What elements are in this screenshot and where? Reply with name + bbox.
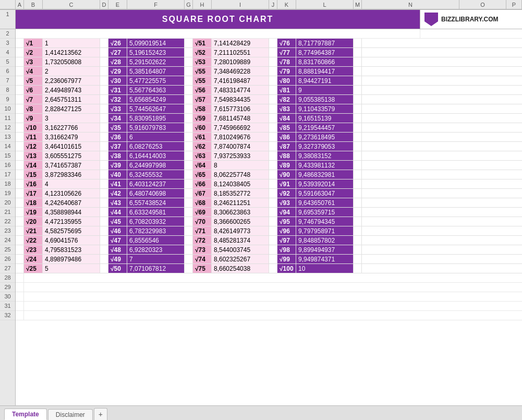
col-header-c: C: [43, 0, 100, 9]
col-header-k: K: [277, 0, 296, 9]
table-row: √103,16227766√355,916079783√607,74596669…: [16, 123, 522, 133]
table-row: √52,236067977√305,477225575√557,41619848…: [16, 76, 522, 86]
col-header-n: N: [362, 0, 459, 9]
col-header-h: H: [193, 0, 212, 9]
chart-title: SQUARE ROOT CHART: [162, 15, 274, 24]
col-header-d: D: [100, 0, 108, 9]
table-row: √72,645751311√325,656854249√577,54983443…: [16, 95, 522, 104]
col-header-i: I: [212, 0, 269, 9]
col-header-f: F: [127, 0, 185, 9]
col-header-e: E: [108, 0, 127, 9]
col-header-b: B: [24, 0, 43, 9]
add-tab-button[interactable]: +: [94, 408, 107, 420]
table-row: √21,414213562√275,196152423√527,21110255…: [16, 48, 522, 57]
table-row: √31,732050808√285,291502622√537,28010988…: [16, 57, 522, 67]
table-row: √174,123105626√426,480740698√678,1853527…: [16, 189, 522, 198]
table-row: √143,741657387√396,244997998√648√899,433…: [16, 161, 522, 170]
row-numbers: 1 2 3 4 5 6 7 8 9 10 11 12 13 14 15 16 1…: [0, 10, 16, 405]
table-row: √133,605551275√386,164414003√637,9372539…: [16, 151, 522, 161]
table-row: √123,464101615√376,08276253√627,87400787…: [16, 142, 522, 151]
spreadsheet: A B C D E F G H I J K L M N O P 1 2 3 4 …: [0, 0, 522, 420]
table-row: √255√507,071067812√758,660254038√10010: [16, 264, 522, 273]
table-row: √153,872983346√406,32455532√658,06225774…: [16, 170, 522, 179]
table-row: √194,358898944√446,633249581√698,3066238…: [16, 208, 522, 217]
col-header-l: L: [296, 0, 354, 9]
tab-bar: Template Disclaimer +: [0, 405, 522, 420]
logo-text: BIZZLIBRARY.COM: [441, 16, 499, 23]
col-header-m: M: [354, 0, 362, 9]
table-row: √184,242640687√436,557438524√688,2462112…: [16, 198, 522, 208]
table-row: √244,898979486√497√748,602325267√999,949…: [16, 255, 522, 264]
col-header-p: P: [506, 0, 522, 9]
table-row: √164√416,403124237√668,124038405√919,539…: [16, 179, 522, 189]
empty-row-2: [16, 29, 522, 39]
table-row: √204,472135955√456,708203932√708,3666002…: [16, 217, 522, 226]
table-row: √82,828427125√335,744562647√587,61577310…: [16, 104, 522, 114]
col-header-j: J: [269, 0, 277, 9]
tab-disclaimer[interactable]: Disclaimer: [48, 409, 93, 420]
logo-cell: BIZZLIBRARY.COM: [420, 10, 522, 29]
col-header-a: A: [16, 0, 24, 9]
table-row: √42√295,385164807√557,348469228√798,8881…: [16, 67, 522, 76]
table-row: √234,795831523√486,92820323√738,54400374…: [16, 245, 522, 255]
table-row: √113,31662479√366√617,810249676√869,2736…: [16, 133, 522, 142]
col-header-g: G: [185, 0, 193, 9]
table-row: √62,449489743√315,567764363√567,48331477…: [16, 86, 522, 95]
table-row: √214,582575695√466,782329983√718,4261497…: [16, 226, 522, 236]
col-header-o: O: [459, 0, 506, 9]
table-row: √224,69041576√476,8556546√728,485281374√…: [16, 236, 522, 245]
tab-template[interactable]: Template: [4, 409, 47, 420]
table-row: √93√345,830951895√597,681145748√849,1651…: [16, 114, 522, 123]
logo-icon: [424, 13, 438, 26]
table-row: √11√265,099019514√517,141428429√768,7177…: [16, 39, 522, 48]
